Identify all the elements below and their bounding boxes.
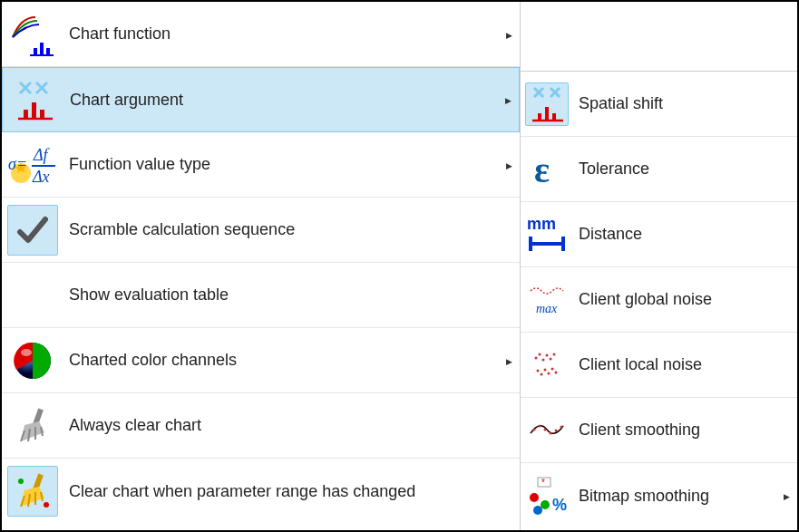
svg-point-18	[21, 349, 32, 356]
svg-point-50	[553, 353, 556, 355]
svg-rect-2	[40, 43, 44, 55]
submenu-item-distance[interactable]: mm Distance	[521, 202, 797, 267]
svg-rect-1	[34, 48, 37, 55]
svg-text:*: *	[541, 478, 545, 488]
svg-text:σ=: σ=	[8, 155, 27, 173]
svg-point-29	[18, 479, 24, 484]
svg-point-67	[533, 506, 542, 515]
menu-item-label: Client local noise	[573, 355, 797, 374]
submenu-arrow-icon	[497, 94, 519, 105]
client-smoothing-icon	[521, 400, 573, 461]
menu-item-label: Client smoothing	[573, 421, 797, 440]
submenu-item-local-noise[interactable]: Client local noise	[521, 333, 797, 398]
submenu-item-client-smoothing[interactable]: Client smoothing	[521, 398, 797, 463]
svg-point-61	[555, 429, 558, 431]
svg-rect-37	[545, 107, 549, 121]
menu-item-label: Bitmap smoothing	[573, 487, 775, 506]
svg-point-53	[544, 368, 547, 371]
menu-item-label: Distance	[573, 225, 797, 244]
svg-point-54	[548, 372, 551, 374]
submenu-item-global-noise[interactable]: max Client global noise	[521, 267, 797, 333]
menu-item-label: Chart function	[63, 24, 498, 44]
local-noise-icon	[521, 334, 573, 396]
svg-point-55	[551, 367, 554, 370]
submenu-arrow-icon	[498, 160, 520, 170]
svg-rect-36	[538, 113, 541, 121]
menu-item-label: Clear chart when parameter range has cha…	[63, 482, 520, 501]
svg-rect-10	[32, 102, 36, 119]
svg-point-49	[550, 357, 552, 360]
checkmark-icon	[2, 199, 63, 261]
main-context-menu: Chart function Chart argument	[2, 2, 521, 530]
broom-icon	[2, 395, 63, 457]
svg-point-58	[539, 424, 541, 427]
menu-item-label: Scramble calculation sequence	[63, 220, 520, 239]
svg-point-62	[560, 425, 563, 428]
svg-point-66	[541, 500, 550, 509]
svg-point-45	[535, 356, 538, 359]
submenu-item-bitmap-smoothing[interactable]: * % Bitmap smoothing	[521, 463, 797, 528]
svg-point-48	[546, 353, 549, 356]
svg-point-47	[542, 358, 545, 361]
menu-item-label: Always clear chart	[63, 416, 520, 435]
svg-text:Δf: Δf	[33, 146, 51, 164]
svg-text:mm: mm	[527, 215, 556, 233]
svg-point-46	[539, 353, 541, 355]
submenu-arrow-icon	[498, 355, 520, 366]
rgb-sphere-icon	[2, 330, 63, 392]
menu-item-label: Spatial shift	[573, 94, 797, 113]
svg-text:max: max	[536, 302, 558, 315]
menu-item-label: Charted color channels	[63, 351, 498, 370]
menu-item-label: Client global noise	[573, 290, 797, 309]
global-noise-icon: max	[521, 269, 573, 331]
submenu-item-spatial-shift[interactable]: Spatial shift	[521, 72, 797, 137]
svg-rect-38	[552, 113, 556, 121]
menu-item-clear-on-change[interactable]: Clear chart when parameter range has cha…	[2, 459, 520, 524]
svg-rect-9	[24, 110, 28, 119]
menu-item-label: Function value type	[63, 155, 498, 174]
submenu-chart-argument: Spatial shift ε Tolerance mm Distance	[521, 71, 797, 528]
epsilon-icon: ε	[521, 139, 573, 200]
svg-point-57	[533, 428, 536, 430]
menu-item-function-value-type[interactable]: σ= Δf Δx Function value type	[2, 132, 520, 198]
svg-point-59	[544, 428, 547, 430]
submenu-arrow-icon	[498, 29, 520, 40]
bitmap-smoothing-icon: * %	[521, 465, 573, 527]
blank-icon	[2, 265, 63, 326]
submenu-item-tolerance[interactable]: ε Tolerance	[521, 137, 797, 202]
svg-point-60	[550, 431, 552, 434]
svg-text:Δx: Δx	[32, 168, 50, 186]
menu-item-color-channels[interactable]: Charted color channels	[2, 328, 520, 393]
svg-rect-3	[46, 48, 50, 55]
svg-point-30	[44, 502, 49, 508]
spatial-shift-icon	[521, 73, 573, 135]
menu-item-always-clear[interactable]: Always clear chart	[2, 393, 520, 459]
svg-point-52	[541, 372, 543, 375]
chart-function-icon	[2, 4, 63, 65]
svg-point-65	[530, 493, 539, 502]
submenu-arrow-icon	[775, 490, 797, 501]
svg-text:ε: ε	[534, 151, 550, 188]
menu-item-scramble-calc[interactable]: Scramble calculation sequence	[2, 198, 520, 263]
svg-rect-11	[40, 110, 44, 119]
function-value-type-icon: σ= Δf Δx	[2, 134, 63, 196]
color-broom-icon	[2, 460, 63, 522]
svg-text:%: %	[552, 496, 567, 514]
menu-item-label: Show evaluation table	[63, 285, 520, 305]
svg-point-56	[555, 371, 558, 373]
menu-item-label: Chart argument	[64, 91, 497, 110]
chart-argument-icon	[3, 69, 64, 131]
distance-icon: mm	[521, 204, 573, 266]
menu-item-chart-argument[interactable]: Chart argument	[2, 67, 520, 132]
menu-item-label: Tolerance	[573, 160, 797, 179]
svg-point-51	[537, 369, 540, 372]
menu-item-chart-function[interactable]: Chart function	[2, 2, 520, 67]
menu-item-show-eval-table[interactable]: Show evaluation table	[2, 263, 520, 328]
